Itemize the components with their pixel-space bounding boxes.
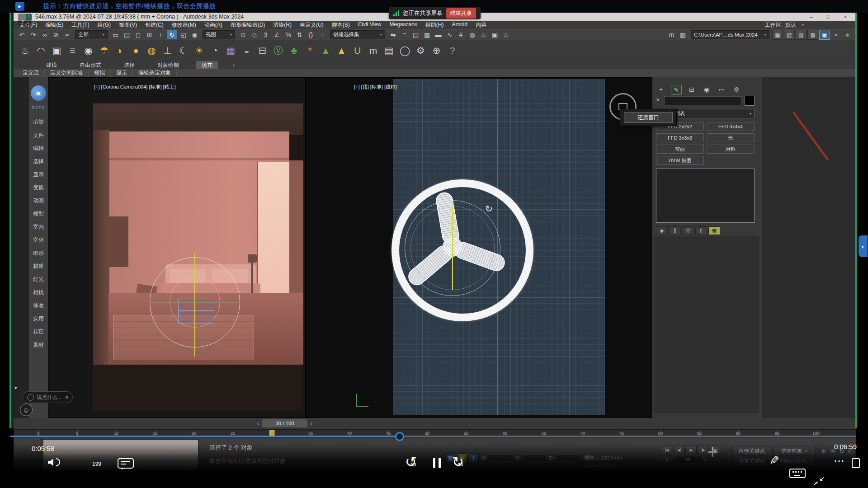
modifier-button[interactable]: 对称: [707, 145, 755, 154]
select-object-icon[interactable]: ▭: [110, 30, 121, 39]
teapot-icon[interactable]: ♨: [18, 43, 33, 58]
configure-modifier-sets-icon[interactable]: ▦: [708, 226, 720, 235]
x-coordinate-field[interactable]: [489, 454, 513, 462]
toolbar-overflow-button[interactable]: »: [831, 30, 841, 39]
menu-item[interactable]: 脚本(S): [328, 21, 354, 29]
key-filters-button[interactable]: 关键点过滤器...: [773, 457, 816, 465]
menu-item[interactable]: Arnold: [448, 21, 472, 29]
viewport-camera[interactable]: [+] [Corona Camera004] [标准] [粘土]: [48, 77, 306, 418]
mini-window-button[interactable]: [852, 458, 860, 468]
warning-icon[interactable]: ▲: [334, 43, 349, 58]
comment-panel-toggle[interactable]: ▸: [15, 385, 18, 390]
comment-input[interactable]: 说点什么... «: [23, 391, 73, 403]
tree-icon[interactable]: ♣: [287, 43, 302, 58]
sidebar-item[interactable]: 变换: [29, 181, 48, 194]
ribbon-collapse-icon[interactable]: ▾: [233, 63, 235, 67]
show-end-result-icon[interactable]: ∥: [669, 226, 681, 235]
v-logo-icon[interactable]: Ⓥ: [271, 43, 286, 58]
menu-item[interactable]: 动画(A): [200, 21, 226, 29]
back-button[interactable]: ←: [18, 14, 32, 25]
edit-named-sets-icon[interactable]: {}: [306, 30, 316, 39]
go-to-start-button[interactable]: |◀: [661, 446, 672, 454]
isolate-selection-icon[interactable]: ◌: [317, 30, 327, 39]
y-coordinate-field[interactable]: [522, 454, 547, 462]
play-button[interactable]: ▶: [685, 446, 697, 454]
bulb-icon[interactable]: *: [302, 43, 317, 58]
sidebar-item[interactable]: 其它: [29, 325, 48, 338]
menu-item[interactable]: Megascans: [385, 21, 421, 29]
z-coordinate-field[interactable]: [556, 454, 580, 462]
clear-selection-icon[interactable]: ×: [656, 96, 660, 103]
select-and-manipulate-icon[interactable]: ◇: [249, 30, 259, 39]
sidebar-item[interactable]: 相机: [29, 286, 48, 299]
emoji-button[interactable]: ☺: [20, 404, 33, 416]
sidebar-item[interactable]: 灯光: [29, 273, 48, 286]
frame-display[interactable]: 30 / 100: [262, 419, 307, 427]
viewport-top-label[interactable]: [+] [顶] [标准] [线框]: [354, 84, 397, 90]
use-center-icon[interactable]: ⊙: [238, 30, 248, 39]
select-and-move-icon[interactable]: +: [156, 30, 166, 39]
menu-item[interactable]: 视图(V): [115, 21, 141, 29]
uv-checker-icon[interactable]: ▦: [223, 43, 238, 58]
dome-light-icon[interactable]: ◗: [113, 43, 127, 58]
collapse-icon[interactable]: «: [66, 394, 69, 400]
sidebar-item[interactable]: 模型: [29, 207, 48, 221]
sidebar-logo-icon[interactable]: ▣: [31, 85, 46, 101]
menu-item[interactable]: 编辑(E): [41, 21, 67, 29]
close-button[interactable]: ×: [839, 13, 852, 21]
remove-modifier-icon[interactable]: ▯: [695, 226, 707, 235]
sidebar-item[interactable]: 材质: [29, 260, 48, 273]
named-selection-set-dropdown[interactable]: 创建选择集▾: [330, 30, 385, 39]
modifier-button[interactable]: FFD 3x3x3: [656, 133, 704, 142]
layer-explorer-icon[interactable]: ▦: [422, 30, 432, 39]
uv-sphere-icon[interactable]: ◒: [239, 43, 254, 58]
annotate-pencil-button[interactable]: ✎: [769, 454, 779, 468]
prev-frame-button[interactable]: ◀|: [673, 446, 684, 454]
modifier-button[interactable]: 弯曲: [656, 145, 704, 154]
transform-gizmo-icon[interactable]: ✛: [469, 453, 479, 463]
material-editor-icon[interactable]: ◍: [467, 30, 477, 39]
make-unique-icon[interactable]: ▽: [682, 226, 694, 235]
selection-filter-dropdown[interactable]: 全部▾: [75, 30, 108, 39]
video-progress-remaining[interactable]: [400, 436, 856, 437]
menu-item[interactable]: 渲染(R): [269, 21, 296, 29]
selected-filter-dropdown[interactable]: 选定对象▾: [773, 447, 816, 455]
render-icon[interactable]: ♨: [501, 30, 511, 39]
exit-fullscreen-button[interactable]: ↙ ↗: [813, 475, 825, 487]
side-panel-handle[interactable]: ▸: [859, 235, 868, 257]
keyboard-button[interactable]: [789, 469, 806, 478]
angle-snap-icon[interactable]: ∠: [272, 30, 282, 39]
menu-item[interactable]: 帮助(H): [421, 21, 448, 29]
layout-single-icon[interactable]: ▦: [772, 30, 783, 40]
stop-sharing-button[interactable]: 结束共享: [446, 8, 476, 19]
menu-item[interactable]: Civil View: [354, 21, 386, 29]
frame-number-field[interactable]: 30: [674, 456, 701, 464]
layout-four-icon[interactable]: ▩: [807, 30, 818, 40]
prev-frame-arrow[interactable]: ‹: [255, 419, 261, 427]
restore-button[interactable]: □: [821, 13, 835, 21]
set-key-button[interactable]: 设置关键点: [732, 457, 771, 465]
ring-icon[interactable]: ◯: [397, 43, 412, 58]
sidebar-item[interactable]: 素材: [29, 338, 48, 352]
ribbon-panel-label[interactable]: 模拟: [89, 69, 111, 77]
sidebar-item[interactable]: 渲染: [29, 116, 48, 129]
ribbon-tab[interactable]: 自由形式: [74, 61, 107, 70]
workspace-selector[interactable]: 工作区: 默认 ▾: [765, 21, 804, 29]
spinner-snap-icon[interactable]: ⇅: [294, 30, 305, 39]
menu-item[interactable]: 修改器(M): [168, 21, 200, 29]
stand-light-icon[interactable]: ⊥: [160, 43, 175, 58]
minimize-button[interactable]: –: [804, 13, 818, 21]
render-frame-icon[interactable]: ▣: [490, 30, 500, 39]
bind-to-space-warp-icon[interactable]: ≈: [62, 30, 72, 39]
sidebar-item[interactable]: 显示: [29, 168, 48, 181]
select-and-place-icon[interactable]: ◉: [189, 30, 200, 39]
time-tag-button[interactable]: 添加时间标记: [584, 464, 615, 470]
rewind-10-button[interactable]: ↺ 10: [405, 455, 421, 471]
menu-item[interactable]: 组(G): [94, 21, 115, 29]
pause-button[interactable]: [433, 458, 441, 468]
sidebar-item[interactable]: 实用: [29, 312, 48, 325]
percent-snap-icon[interactable]: %: [283, 30, 293, 39]
undo-icon[interactable]: ↶: [17, 30, 27, 39]
create-tab-icon[interactable]: +: [656, 85, 666, 94]
object-name-field[interactable]: [664, 96, 742, 105]
